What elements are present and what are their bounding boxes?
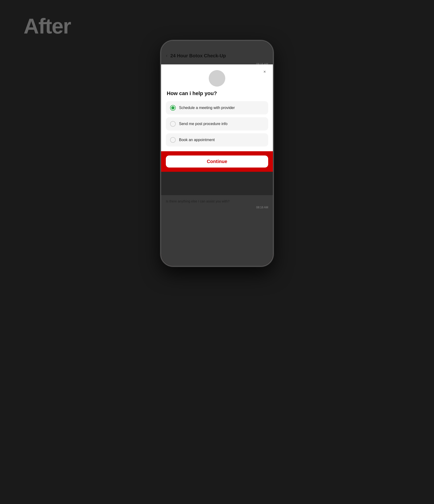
- timestamp-bottom: 08:16 AM: [161, 206, 273, 209]
- after-label: After: [24, 14, 71, 38]
- app-title: 24 Hour Botox Check-Up: [170, 53, 226, 59]
- option-schedule-meeting[interactable]: Schedule a meeting with provider: [166, 101, 268, 114]
- option-book-appointment[interactable]: Book an appointment: [166, 133, 268, 146]
- phone-mockup: ‹ 24 Hour Botox Check-Up 08:16 AM × How …: [160, 40, 274, 267]
- option-schedule-label: Schedule a meeting with provider: [179, 106, 235, 110]
- continue-button[interactable]: Continue: [166, 155, 268, 168]
- modal-avatar-area: [161, 64, 273, 87]
- app-header: ‹ 24 Hour Botox Check-Up: [161, 41, 273, 63]
- option-post-procedure-label: Send me post procedure info: [179, 122, 227, 126]
- phone-body: ‹ 24 Hour Botox Check-Up 08:16 AM × How …: [160, 40, 274, 267]
- modal-close-button[interactable]: ×: [261, 68, 268, 75]
- option-book-appointment-label: Book an appointment: [179, 138, 215, 142]
- phone-screen: ‹ 24 Hour Botox Check-Up 08:16 AM × How …: [161, 41, 273, 266]
- chat-message: Is there anything else I can assist you …: [161, 195, 250, 205]
- radio-book-appointment: [170, 137, 176, 143]
- modal-dialog: × How can i help you? Schedule a meeting…: [161, 64, 273, 172]
- chat-below-modal: Is there anything else I can assist you …: [161, 195, 273, 266]
- back-arrow-icon[interactable]: ‹: [166, 53, 168, 59]
- radio-post-procedure: [170, 121, 176, 127]
- modal-overlay: × How can i help you? Schedule a meeting…: [161, 64, 273, 266]
- modal-question: How can i help you?: [161, 90, 273, 101]
- avatar: [209, 70, 225, 87]
- modal-footer: Continue: [161, 151, 273, 172]
- radio-schedule: [170, 105, 176, 111]
- option-post-procedure[interactable]: Send me post procedure info: [166, 117, 268, 130]
- options-list: Schedule a meeting with provider Send me…: [161, 101, 273, 146]
